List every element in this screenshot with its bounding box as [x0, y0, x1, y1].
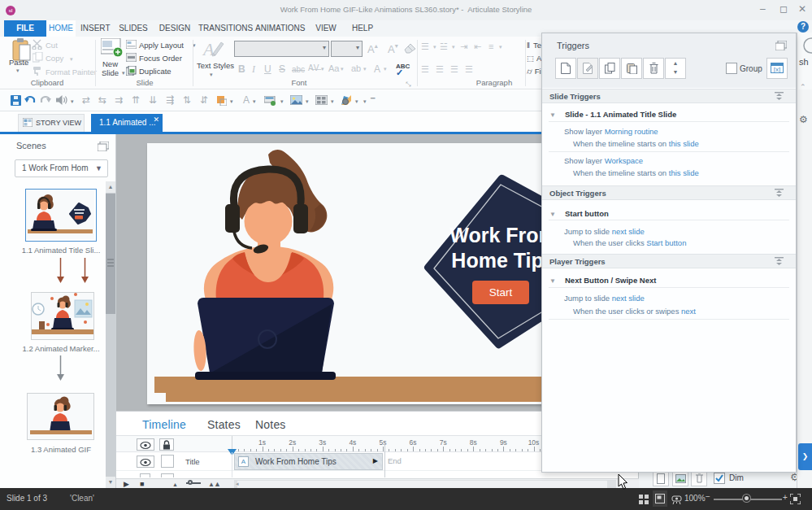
- svg-text:Start: Start: [489, 286, 513, 299]
- svg-text:Home Tips: Home Tips: [451, 249, 554, 272]
- svg-text:[x]: [x]: [774, 66, 780, 73]
